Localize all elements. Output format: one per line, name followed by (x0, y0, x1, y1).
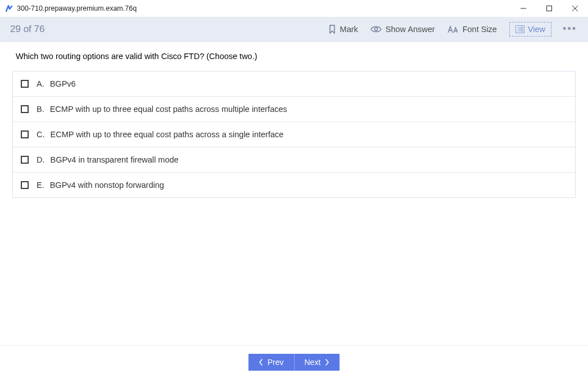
checkbox-icon[interactable] (21, 156, 29, 164)
view-button[interactable]: View (509, 22, 551, 37)
minimize-button[interactable] (510, 0, 536, 17)
checkbox-icon[interactable] (21, 181, 29, 189)
option-letter: A. (37, 79, 44, 88)
option-text: BGPv4 with nonstop forwarding (50, 181, 164, 190)
view-icon (515, 25, 524, 33)
checkbox-icon[interactable] (21, 130, 29, 138)
show-answer-label: Show Answer (386, 25, 435, 34)
maximize-button[interactable] (536, 0, 562, 17)
progress-indicator: 29 of 76 (10, 24, 44, 35)
option-row[interactable]: C. ECMP with up to three equal cost path… (13, 122, 575, 147)
content-area: Which two routing options are valid with… (0, 42, 588, 345)
prev-button[interactable]: Prev (248, 354, 295, 371)
font-size-icon (447, 25, 459, 33)
option-letter: D. (37, 155, 45, 164)
show-answer-button[interactable]: Show Answer (370, 25, 435, 34)
more-button[interactable]: ••• (559, 23, 580, 35)
font-size-label: Font Size (463, 25, 497, 34)
next-label: Next (305, 358, 321, 367)
chevron-right-icon (325, 359, 329, 366)
toolbar: 29 of 76 Mark Show Answer Font Size View (0, 17, 588, 42)
option-row[interactable]: A. BGPv6 (13, 71, 575, 97)
question-text: Which two routing options are valid with… (12, 52, 576, 61)
option-text: BGPv4 in transparent firewall mode (51, 155, 179, 164)
prev-label: Prev (268, 358, 284, 367)
chevron-left-icon (259, 359, 263, 366)
option-row[interactable]: D. BGPv4 in transparent firewall mode (13, 147, 575, 173)
option-letter: B. (37, 105, 44, 114)
titlebar: 300-710.prepaway.premium.exam.76q (0, 0, 588, 17)
mark-button[interactable]: Mark (328, 25, 358, 34)
option-text: ECMP with up to three equal cost paths a… (51, 130, 284, 139)
svg-rect-1 (547, 6, 552, 11)
nav-buttons: Prev Next (248, 354, 340, 371)
mark-label: Mark (340, 25, 358, 34)
close-button[interactable] (562, 0, 588, 17)
window-title: 300-710.prepaway.premium.exam.76q (17, 4, 137, 12)
svg-point-4 (374, 28, 377, 30)
ellipsis-icon: ••• (563, 23, 577, 34)
option-text: ECMP with up to three equal cost paths a… (50, 105, 287, 114)
next-button[interactable]: Next (295, 354, 340, 371)
checkbox-icon[interactable] (21, 105, 29, 113)
option-letter: E. (37, 181, 44, 190)
options-list: A. BGPv6 B. ECMP with up to three equal … (12, 71, 576, 198)
footer: Prev Next (0, 345, 588, 378)
option-row[interactable]: B. ECMP with up to three equal cost path… (13, 97, 575, 122)
svg-rect-9 (521, 26, 523, 32)
eye-icon (370, 25, 382, 33)
window-controls (510, 0, 588, 17)
app-icon (4, 4, 13, 13)
font-size-button[interactable]: Font Size (447, 25, 497, 34)
view-label: View (528, 25, 545, 34)
option-row[interactable]: E. BGPv4 with nonstop forwarding (13, 173, 575, 197)
bookmark-icon (328, 25, 336, 34)
option-text: BGPv6 (50, 79, 76, 88)
option-letter: C. (37, 130, 45, 139)
checkbox-icon[interactable] (21, 80, 29, 88)
